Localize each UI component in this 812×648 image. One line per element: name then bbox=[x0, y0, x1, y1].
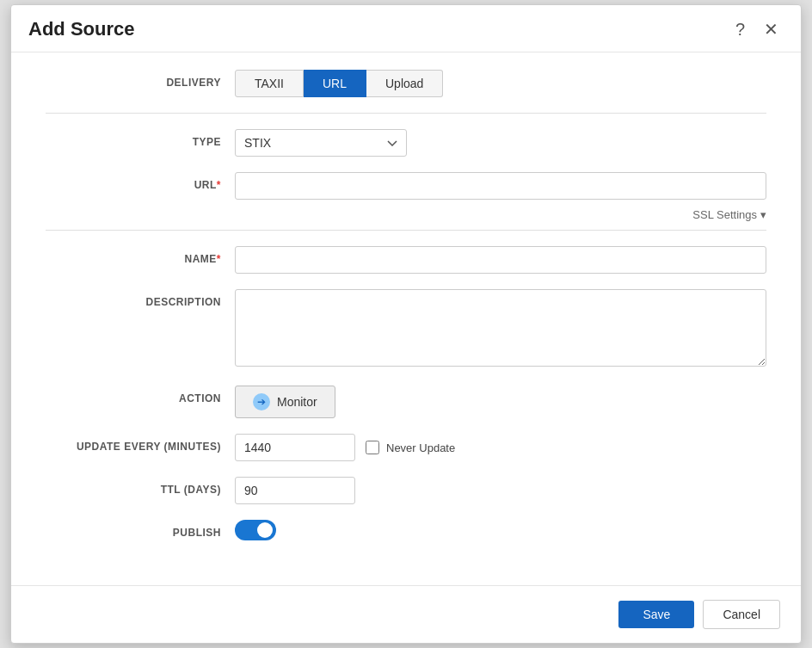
delivery-row: DELIVERY TAXII URL Upload bbox=[46, 70, 766, 97]
ssl-settings-link[interactable]: SSL Settings ▾ bbox=[692, 208, 766, 221]
action-label: ACTION bbox=[46, 386, 235, 404]
never-update-checkbox[interactable] bbox=[366, 441, 379, 454]
action-icon: ➔ bbox=[253, 393, 270, 410]
dialog-header: Add Source ? ✕ bbox=[11, 5, 801, 52]
url-control bbox=[235, 172, 766, 200]
type-row: TYPE STIX TAXII OpenIOC CSV bbox=[46, 129, 766, 157]
ssl-row: SSL Settings ▾ bbox=[46, 208, 766, 221]
update-every-label: UPDATE EVERY (MINUTES) bbox=[46, 434, 235, 453]
add-source-dialog: Add Source ? ✕ DELIVERY TAXII URL Upload… bbox=[10, 4, 802, 644]
ttl-input[interactable] bbox=[235, 477, 355, 504]
divider-1 bbox=[46, 113, 766, 114]
ssl-chevron-icon: ▾ bbox=[760, 208, 766, 221]
action-row: ACTION ➔ Monitor bbox=[46, 386, 766, 418]
type-select[interactable]: STIX TAXII OpenIOC CSV bbox=[235, 129, 407, 157]
url-required: * bbox=[217, 179, 221, 191]
url-label: URL* bbox=[46, 172, 235, 191]
ssl-settings-label: SSL Settings bbox=[692, 208, 757, 221]
delivery-label: DELIVERY bbox=[46, 70, 235, 89]
action-button[interactable]: ➔ Monitor bbox=[235, 386, 335, 418]
toggle-slider bbox=[235, 520, 276, 540]
url-input[interactable] bbox=[235, 172, 766, 200]
never-update-label: Never Update bbox=[386, 441, 455, 454]
publish-control bbox=[235, 520, 766, 544]
cancel-button[interactable]: Cancel bbox=[703, 600, 780, 629]
description-row: DESCRIPTION bbox=[46, 289, 766, 370]
description-control bbox=[235, 289, 766, 370]
publish-toggle[interactable] bbox=[235, 520, 276, 540]
type-label: TYPE bbox=[46, 129, 235, 148]
divider-2 bbox=[46, 230, 766, 231]
header-icons: ? ✕ bbox=[730, 17, 784, 41]
description-label: DESCRIPTION bbox=[46, 289, 235, 308]
description-input[interactable] bbox=[235, 289, 766, 367]
save-button[interactable]: Save bbox=[618, 601, 694, 628]
close-button[interactable]: ✕ bbox=[759, 17, 784, 41]
tab-taxii[interactable]: TAXII bbox=[235, 70, 304, 97]
dialog-title: Add Source bbox=[28, 18, 134, 40]
name-label: NAME* bbox=[46, 246, 235, 265]
tab-url[interactable]: URL bbox=[304, 70, 366, 97]
update-every-row: UPDATE EVERY (MINUTES) Never Update bbox=[46, 434, 766, 461]
name-required: * bbox=[217, 253, 221, 265]
dialog-body: DELIVERY TAXII URL Upload TYPE STIX TAXI… bbox=[11, 52, 801, 577]
name-control bbox=[235, 246, 766, 274]
help-button[interactable]: ? bbox=[730, 18, 750, 41]
name-row: NAME* bbox=[46, 246, 766, 274]
ttl-label: TTL (DAYS) bbox=[46, 477, 235, 496]
never-update-group: Never Update bbox=[366, 441, 455, 454]
ttl-row: TTL (DAYS) bbox=[46, 477, 766, 504]
url-row: URL* bbox=[46, 172, 766, 200]
publish-label: PUBLISH bbox=[46, 520, 235, 539]
ttl-control bbox=[235, 477, 766, 504]
type-control: STIX TAXII OpenIOC CSV bbox=[235, 129, 766, 157]
action-control: ➔ Monitor bbox=[235, 386, 766, 418]
name-input[interactable] bbox=[235, 246, 766, 274]
dialog-footer: Save Cancel bbox=[11, 585, 801, 643]
publish-row: PUBLISH bbox=[46, 520, 766, 544]
update-every-control: Never Update bbox=[235, 434, 766, 461]
tab-upload[interactable]: Upload bbox=[366, 70, 443, 97]
update-every-input[interactable] bbox=[235, 434, 355, 461]
delivery-tabs: TAXII URL Upload bbox=[235, 70, 766, 97]
action-button-label: Monitor bbox=[277, 395, 317, 409]
